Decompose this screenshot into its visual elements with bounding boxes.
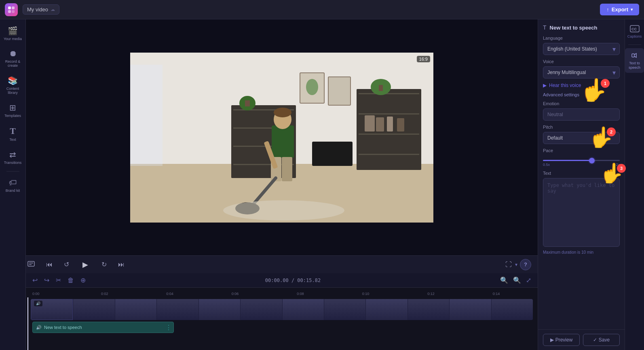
- export-icon: ↑: [606, 6, 609, 13]
- captions-icon: CC: [630, 25, 640, 34]
- save-button[interactable]: ✓ Save: [583, 334, 620, 346]
- pace-slider[interactable]: [543, 160, 620, 161]
- sidebar-item-brand-kit[interactable]: 🏷 Brand kit: [2, 175, 24, 196]
- pitch-label: Pitch: [543, 125, 620, 129]
- play-circle-icon: ▶: [543, 83, 547, 88]
- skip-forward-button[interactable]: ⏭: [116, 259, 126, 270]
- preview-button[interactable]: ▶ Preview: [543, 334, 580, 346]
- svg-rect-43: [632, 54, 634, 57]
- voice-select-wrapper: Jenny Multilingual: [543, 66, 620, 78]
- video-track-row: 🔊: [31, 299, 533, 320]
- sidebar-item-text[interactable]: T Text: [2, 123, 24, 145]
- captions-toggle-button[interactable]: [26, 259, 36, 270]
- sidebar-item-label: Your media: [4, 37, 22, 41]
- templates-icon: ⊞: [9, 103, 16, 112]
- sidebar-item-transitions[interactable]: ⇄ Transitions: [2, 146, 24, 168]
- center-area: 16:9 ⏮ ↺ ▶ ↻ ⏭ ⛶ ? ▾ ↩ ↪ ✂ 🗑 ⊕: [26, 19, 538, 350]
- zoom-controls: 🔍 🔍 ⤢: [498, 276, 533, 285]
- tts-icon: [631, 51, 639, 61]
- project-name[interactable]: My video ☁: [23, 4, 59, 15]
- sidebar-item-your-media[interactable]: 🎬 Your media: [2, 23, 24, 44]
- svg-text:CC: CC: [631, 27, 637, 31]
- zoom-out-button[interactable]: 🔍: [498, 276, 510, 285]
- tts-track-handle-right[interactable]: ⋮: [165, 324, 172, 331]
- svg-rect-33: [282, 157, 292, 181]
- svg-rect-2: [8, 10, 11, 13]
- tts-track-label: New text to speech: [44, 325, 82, 330]
- svg-rect-6: [130, 65, 163, 166]
- sidebar-item-templates[interactable]: ⊞ Templates: [2, 100, 24, 121]
- voice-label: Voice: [543, 59, 620, 64]
- panel-title-row: T New text to speech: [543, 24, 620, 31]
- captions-tab-item[interactable]: CC Captions: [626, 23, 644, 41]
- captions-panel: CC Captions Text to speech: [625, 19, 644, 350]
- playhead[interactable]: [27, 297, 28, 350]
- scene-svg: [130, 53, 433, 223]
- export-button[interactable]: ↑ Export ▾: [600, 4, 639, 15]
- pace-min-label: 0.5x: [543, 163, 550, 167]
- audio-icon: 🔊: [36, 301, 40, 305]
- thumbnail-strip: [31, 299, 533, 320]
- fullscreen-button[interactable]: ⛶: [504, 259, 513, 270]
- svg-rect-14: [387, 117, 393, 132]
- text-input[interactable]: [543, 178, 620, 247]
- tts-panel-icon: T: [543, 24, 547, 31]
- svg-rect-3: [12, 10, 15, 13]
- panel-collapse-button[interactable]: ▾: [515, 262, 517, 267]
- tts-tab-item[interactable]: Text to speech: [625, 48, 644, 73]
- delete-button[interactable]: 🗑: [66, 276, 76, 285]
- ruler-mark-5: 0:10: [362, 292, 370, 296]
- tts-track[interactable]: 🔊 New text to speech ⋮: [32, 322, 174, 333]
- video-track: 🔊: [31, 299, 533, 320]
- sidebar-item-content-library[interactable]: 📚 Contentlibrary: [2, 72, 24, 98]
- language-select-wrapper: English (United States): [543, 43, 620, 55]
- fast-forward-button[interactable]: ↻: [100, 259, 108, 270]
- svg-rect-38: [28, 261, 34, 266]
- emotion-display: Neutral: [543, 108, 620, 121]
- sidebar-item-label: Text: [9, 138, 16, 142]
- svg-rect-10: [359, 134, 419, 135]
- video-frame: 16:9: [130, 53, 433, 223]
- svg-point-31: [274, 108, 291, 117]
- help-button[interactable]: ?: [520, 259, 531, 270]
- preview-icon: ▶: [550, 337, 554, 343]
- ruler-mark-2: 0:04: [166, 292, 173, 296]
- skip-back-button[interactable]: ⏮: [44, 259, 54, 270]
- svg-rect-17: [379, 85, 383, 91]
- pace-labels: 0.5x 2x: [543, 163, 620, 167]
- ruler-mark-1: 0:02: [101, 292, 108, 296]
- undo-button[interactable]: ↩: [31, 276, 39, 285]
- emotion-label: Emotion: [543, 101, 620, 106]
- svg-rect-15: [397, 118, 404, 132]
- sidebar-item-record-create[interactable]: ⏺ Record &create: [2, 46, 24, 71]
- cut-button[interactable]: ✂: [54, 276, 63, 285]
- zoom-in-button[interactable]: 🔍: [511, 276, 523, 285]
- redo-button[interactable]: ↪: [42, 276, 51, 285]
- right-panel-content: T New text to speech Language English (U…: [538, 19, 625, 329]
- svg-rect-12: [365, 115, 375, 132]
- text-icon: T: [10, 126, 16, 136]
- rewind-button[interactable]: ↺: [62, 259, 71, 270]
- tts-track-icon: 🔊: [36, 325, 42, 330]
- tts-tab-label: Text to speech: [627, 61, 642, 70]
- language-select[interactable]: English (United States): [543, 43, 620, 55]
- transitions-icon: ⇄: [9, 150, 16, 159]
- ruler-mark-4: 0:08: [297, 292, 304, 296]
- save-icon: ✓: [593, 337, 597, 343]
- your-media-icon: 🎬: [8, 26, 18, 36]
- right-side: T New text to speech Language English (U…: [538, 19, 644, 350]
- advanced-settings-link[interactable]: Advanced settings: [543, 92, 620, 97]
- voice-select[interactable]: Jenny Multilingual: [543, 66, 620, 78]
- max-duration-note: Maximum duration is 10 min: [543, 250, 620, 255]
- main-layout: 🎬 Your media ⏺ Record &create 📚 Contentl…: [0, 19, 644, 350]
- topbar: My video ☁ ↑ Export ▾: [0, 0, 644, 19]
- play-button[interactable]: ▶: [79, 258, 92, 271]
- hear-voice-button[interactable]: ▶ Hear this voice: [543, 83, 620, 88]
- content-library-icon: 📚: [8, 76, 18, 85]
- fit-timeline-button[interactable]: ⤢: [524, 276, 533, 285]
- svg-point-37: [223, 200, 344, 221]
- room-scene: [130, 53, 433, 223]
- sidebar-item-label: Record &create: [5, 59, 21, 68]
- pitch-display: Default: [543, 132, 620, 144]
- add-media-button[interactable]: ⊕: [79, 276, 87, 285]
